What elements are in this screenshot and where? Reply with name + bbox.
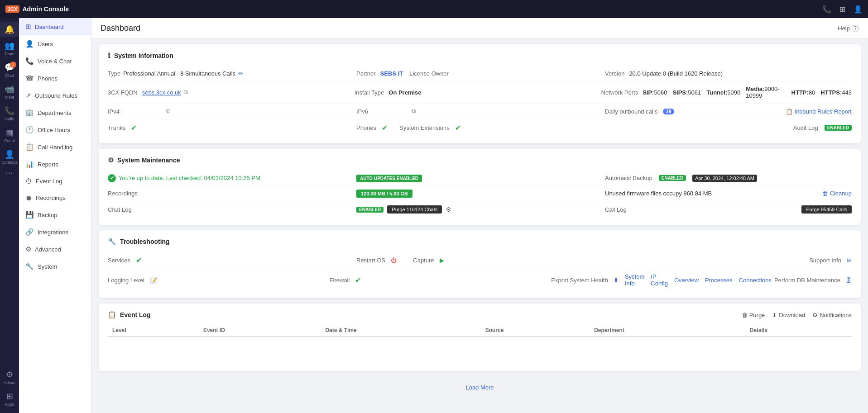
overview-link[interactable]: Overview [674,277,699,284]
event-log-title: 📋 Event Log [108,311,151,319]
sidebar-item-dashboard[interactable]: ⊞ Dashboard [19,18,91,35]
system-info-link[interactable]: System Info [625,273,644,287]
page-header: Dashboard Help ? [91,18,868,39]
rail-item-meet[interactable]: 📹 Meet [0,81,19,102]
rail-item-contacts[interactable]: 👤 Contacts [0,147,19,167]
system-info-title: ℹ System information [108,52,852,60]
download-event-log-button[interactable]: ⬇ Download [772,312,805,318]
profile-icon[interactable]: 👤 [854,5,863,14]
sidebar-item-phones[interactable]: ☎ Phones [19,70,91,87]
call-log-label: Call Log [605,206,627,213]
trunks-field: Trunks ✔ [108,122,355,134]
sidebar-label-voice-chat: Voice & Chat [38,58,72,65]
cleanup-link[interactable]: 🗑 Cleanup [822,190,852,197]
rail-label-admin: Admin [4,380,15,385]
firewall-status-icon: ✔ [355,276,361,285]
rail-item-team[interactable]: 👥 Team [0,38,19,59]
copy-ipv4-button[interactable]: ⧉ [166,108,170,115]
sidebar-item-event-log[interactable]: ⏱ Event Log [19,173,91,190]
chat-log-settings-button[interactable]: ⚙ [446,206,451,213]
phone-icon[interactable]: 📞 [822,5,831,14]
capture-play-icon[interactable]: ▶ [440,257,444,264]
export-health-icon[interactable]: ⬇ [614,277,619,284]
sidebar-item-voice-chat[interactable]: 📞 Voice & Chat [19,52,91,70]
rail-item-apps[interactable]: ⊞ Apps [0,389,19,409]
install-type-value: On Premise [388,89,421,96]
fqdn-value[interactable]: sebs.3cx.co.uk [142,89,181,96]
unused-firmware-field: Unused firmware files occupy 860.84 MB 🗑… [605,188,852,199]
perform-db-label: Perform DB Maintenance [774,277,840,284]
firewall-label: Firewall [330,277,350,284]
inbound-rules-report-link[interactable]: 📋 Inbound Rules Report [767,108,852,115]
export-health-label: Export System Health [551,277,608,284]
automatic-backup-label: Automatic Backup [605,175,652,181]
grid-icon[interactable]: ⊞ [839,5,845,14]
sidebar-label-recordings: Recordings [36,195,66,201]
ip-config-link[interactable]: IP Config [651,273,668,287]
ipv4-field: IPv4 : ⧉ [108,106,355,117]
copy-fqdn-button[interactable]: ⧉ [184,89,188,96]
call-log-actions: Purge 95459 Calls [801,205,852,214]
purge-event-log-button[interactable]: 🗑 Purge [742,312,765,318]
power-icon[interactable]: ⏻ [391,257,397,264]
users-icon: 👤 [25,40,34,48]
edit-type-button[interactable]: ✏ [238,70,243,77]
sysinfo-row3: IPv4 : ⧉ IPv6 ⧉ Daily outbound calls 29 … [108,103,852,119]
phones-label: Phones [356,124,376,131]
outbound-rules-icon: ↗ [25,91,31,100]
sidebar-item-outbound-rules[interactable]: ↗ Outbound Rules [19,87,91,104]
sidebar-item-integrations[interactable]: 🔗 Integrations [19,223,91,241]
rail-item-admin[interactable]: ⚙ Admin [0,367,19,388]
rail-item-notifications[interactable]: 🔔 [0,22,19,37]
auto-updates-badge: AUTO UPDATES ENABLED [356,175,422,182]
fqdn-field: 3CX FQDN sebs.3cx.co.uk ⧉ [108,87,353,98]
rail-item-calls[interactable]: 📞 Calls [0,103,19,124]
load-more-button[interactable]: Load More [91,377,868,398]
perform-db-icon[interactable]: 🗄 [846,277,852,284]
connections-link[interactable]: Connections [739,277,772,284]
processes-link[interactable]: Processes [705,277,733,284]
sidebar-item-recordings[interactable]: ⏺ Recordings [19,190,91,206]
page-title: Dashboard [101,24,140,33]
contacts-icon: 👤 [5,149,14,159]
ipv6-label: IPv6 [356,108,368,115]
trouble-row1: Services ✔ Restart OS ⏻ Capture ▶ Suppor… [108,252,852,269]
sidebar-item-advanced[interactable]: ⚙ Advanced [19,241,91,258]
sidebar-item-system[interactable]: 🔧 System [19,258,91,275]
voice-chat-icon: 📞 [25,57,34,65]
purge-chats-button[interactable]: Purge 116124 Chats [387,205,442,214]
license-owner-label: License Owner [409,70,449,77]
system-maintenance-card: ⚙ System Maintenance ✔ You're up to date… [99,149,861,225]
logging-level-label: Logging Level [108,277,144,284]
logo-badge: 3CX [5,5,19,13]
support-info-icon[interactable]: ✉ [847,257,852,264]
notifications-event-log-button[interactable]: ⚙ Notifications [812,312,852,318]
audit-log-label: Audit Log [793,124,818,131]
chat-log-actions: ENABLED Purge 116124 Chats ⚙ [356,205,603,214]
team-icon: 👥 [5,41,14,51]
sidebar-item-office-hours[interactable]: 🕐 Office Hours [19,121,91,138]
sidebar-item-reports[interactable]: 📊 Reports [19,156,91,173]
install-type-label: Install Type [355,89,384,96]
recordings-field: Recordings [108,188,355,199]
rail-label-team: Team [5,52,14,56]
sidebar-item-departments[interactable]: 🏢 Departments [19,104,91,121]
chat-log-field: Chat Log [108,204,355,215]
event-log-icon: ⏱ [25,177,32,185]
copy-ipv6-button[interactable]: ⧉ [412,108,416,115]
sidebar-item-users[interactable]: 👤 Users [19,35,91,52]
table-icon: 📋 [786,108,793,115]
auto-updates-field: AUTO UPDATES ENABLED [356,175,603,181]
notifications-icon: ⚙ [812,312,818,318]
logging-edit-icon[interactable]: 📝 [150,277,157,284]
help-button[interactable]: Help ? [838,25,859,32]
purge-calls-button[interactable]: Purge 95459 Calls [801,205,852,214]
rail-item-panel[interactable]: ▦ Panel [0,125,19,146]
sidebar: ⊞ Dashboard 👤 Users 📞 Voice & Chat ☎ Pho… [19,18,91,413]
sidebar-label-system: System [38,263,57,270]
sidebar-item-call-handling[interactable]: 📋 Call Handling [19,138,91,156]
rail-item-more[interactable]: ••• [0,168,19,178]
sidebar-item-backup[interactable]: 💾 Backup [19,206,91,223]
rail-item-chat[interactable]: 💬 1 Chat [0,60,19,81]
table-row [108,337,852,364]
